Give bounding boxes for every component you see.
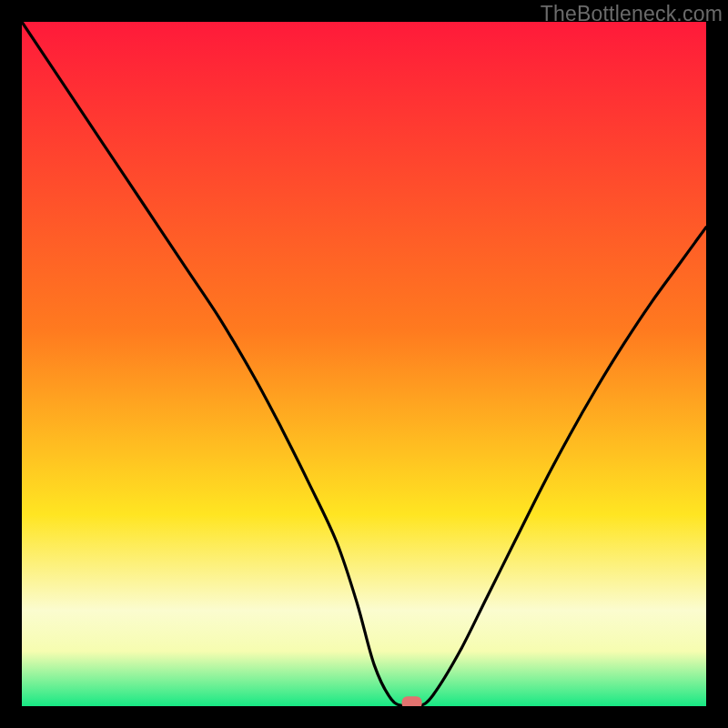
gradient-fill [22,22,706,706]
plot-area [22,22,706,706]
chart-frame: TheBottleneck.com [0,0,728,728]
plot-svg [22,22,706,706]
watermark-text: TheBottleneck.com [541,2,723,26]
minimum-marker [402,696,422,706]
